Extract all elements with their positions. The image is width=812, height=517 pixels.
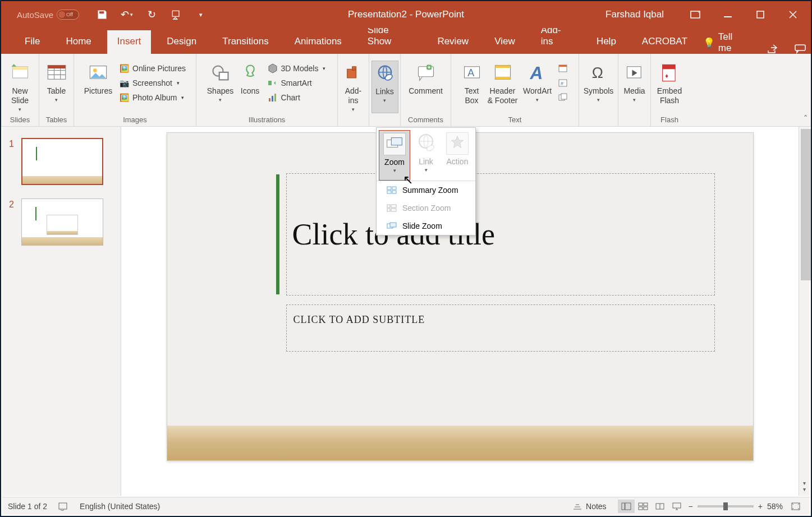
tell-me[interactable]: 💡Tell me [703,31,751,54]
zoom-slider[interactable] [698,505,754,507]
embed-flash-button[interactable]: ♦ Embed Flash [654,61,685,113]
svg-rect-27 [559,65,567,67]
zoom-in-icon[interactable]: + [758,502,763,511]
slide-sorter-view-icon[interactable] [635,500,652,513]
user-name[interactable]: Farshad Iqbal [605,9,664,20]
thumbnail-2[interactable]: 2 [9,199,114,246]
tab-review[interactable]: Review [427,30,479,54]
svg-rect-57 [644,507,648,510]
object-button[interactable] [554,91,571,104]
chart-button[interactable]: Chart [264,91,329,104]
new-slide-label: New Slide [11,86,29,105]
slideshow-view-icon[interactable] [668,500,685,513]
pictures-button[interactable]: Pictures [81,61,116,113]
language-indicator[interactable]: English (United States) [80,502,160,511]
shapes-button[interactable]: Shapes▾ [205,61,236,113]
scrollbar-thumb[interactable] [801,129,812,280]
3d-models-icon [268,63,278,73]
svg-rect-41 [387,187,391,190]
autosave-toggle[interactable]: AutoSave Off [17,10,79,20]
addins-button[interactable]: Add- ins▾ [340,61,367,113]
tell-me-label: Tell me [718,31,745,54]
undo-icon[interactable]: ↶▾ [120,8,134,21]
slide-zoom-item[interactable]: Slide Zoom [377,217,475,235]
scroll-down-icon[interactable]: ▾▾ [799,480,810,492]
comments-pane-icon[interactable] [789,44,811,54]
svg-rect-15 [274,94,276,101]
text-box-button[interactable]: A Text Box [459,61,485,113]
tab-animations[interactable]: Animations [285,30,352,54]
notes-button[interactable]: Notes [572,502,607,511]
media-icon [625,63,645,83]
collapse-ribbon-icon[interactable]: ˄ [804,114,808,123]
svg-rect-47 [387,209,390,211]
slide-counter[interactable]: Slide 1 of 2 [8,502,47,511]
media-button[interactable]: Media▾ [621,61,649,113]
table-button[interactable]: Table ▾ [40,61,73,113]
slide-number-button[interactable]: # [554,76,571,90]
title-placeholder[interactable]: Click to add title [286,173,715,296]
online-pictures-icon: 🖼️ [119,63,129,73]
3d-models-button[interactable]: 3D Models▾ [264,62,329,75]
fit-to-window-icon[interactable] [787,500,804,513]
svg-rect-12 [268,81,272,85]
thumbnail-1[interactable]: 1 [9,138,114,185]
links-button[interactable]: Links▾ [371,61,398,113]
tab-insert[interactable]: Insert [107,30,152,54]
svg-point-9 [93,68,97,72]
slide-thumbnails-pane[interactable]: 1 2 [2,127,121,496]
svg-rect-2 [757,11,764,18]
zoom-out-icon[interactable]: − [689,502,693,511]
tab-view[interactable]: View [484,30,525,54]
tab-home[interactable]: Home [56,30,101,54]
accent-bar [276,174,279,294]
maximize-icon[interactable] [748,2,773,27]
tab-design[interactable]: Design [157,30,207,54]
normal-view-icon[interactable] [618,500,635,513]
screenshot-button[interactable]: 📷Screenshot▾ [116,76,189,90]
group-slides-label: Slides [10,113,30,126]
zoom-level[interactable]: 58% [767,502,783,511]
qat-customize-icon[interactable]: ▾ [194,8,208,21]
start-from-beginning-icon[interactable] [169,8,183,21]
vertical-scrollbar[interactable]: ▾▾ [799,127,810,496]
links-icon [375,63,395,84]
svg-text:A: A [467,67,474,79]
subtitle-placeholder[interactable]: CLICK TO ADD SUBTITLE [286,304,715,352]
minimize-icon[interactable] [715,2,740,27]
save-icon[interactable] [95,8,109,21]
group-images-label: Images [123,113,147,126]
ribbon-display-icon[interactable] [683,2,708,27]
tab-acrobat[interactable]: ACROBAT [632,30,698,54]
icons-button[interactable]: Icons [236,61,264,113]
autosave-switch[interactable]: Off [57,10,79,20]
date-time-button[interactable] [554,62,571,75]
redo-icon[interactable]: ↻ [144,8,159,21]
tab-transitions[interactable]: Transitions [212,30,279,54]
tab-file[interactable]: File [15,30,50,54]
smartart-button[interactable]: SmartArt [264,76,329,90]
group-tables-label: Tables [46,113,67,126]
screenshot-icon: 📷 [119,78,129,88]
close-icon[interactable] [781,2,805,27]
reading-view-icon[interactable] [652,500,668,513]
new-slide-button[interactable]: New Slide ▾ [4,61,36,113]
zoom-button[interactable]: Zoom▾ [379,130,410,181]
svg-rect-35 [663,64,676,69]
header-footer-button[interactable]: Header & Footer [485,61,521,113]
comment-icon [416,63,436,83]
symbols-button[interactable]: Ω Symbols▾ [581,61,616,113]
text-box-icon: A [462,63,482,83]
slide-number-icon: # [558,78,568,88]
summary-zoom-item[interactable]: Summary Zoom [377,181,475,199]
tab-help[interactable]: Help [586,30,626,54]
photo-album-button[interactable]: 🖼️Photo Album▾ [116,91,189,104]
share-icon[interactable] [761,44,783,54]
svg-rect-43 [387,191,391,193]
wordart-button[interactable]: A WordArt▾ [521,61,554,113]
action-button: Action [442,130,473,181]
spell-check-icon[interactable] [58,502,68,511]
comment-button[interactable]: Comment [404,61,448,113]
summary-zoom-icon [387,186,397,194]
online-pictures-button[interactable]: 🖼️Online Pictures [116,62,189,75]
